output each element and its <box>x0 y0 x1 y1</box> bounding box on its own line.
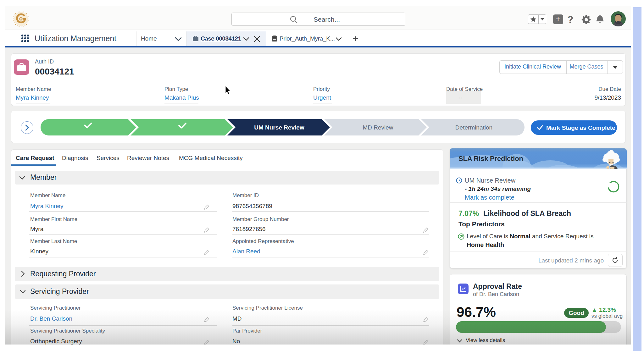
svg-text:MD Review: MD Review <box>363 124 393 131</box>
svg-text:Determination: Determination <box>455 124 492 131</box>
svg-text:UM Nurse Review: UM Nurse Review <box>254 124 304 131</box>
